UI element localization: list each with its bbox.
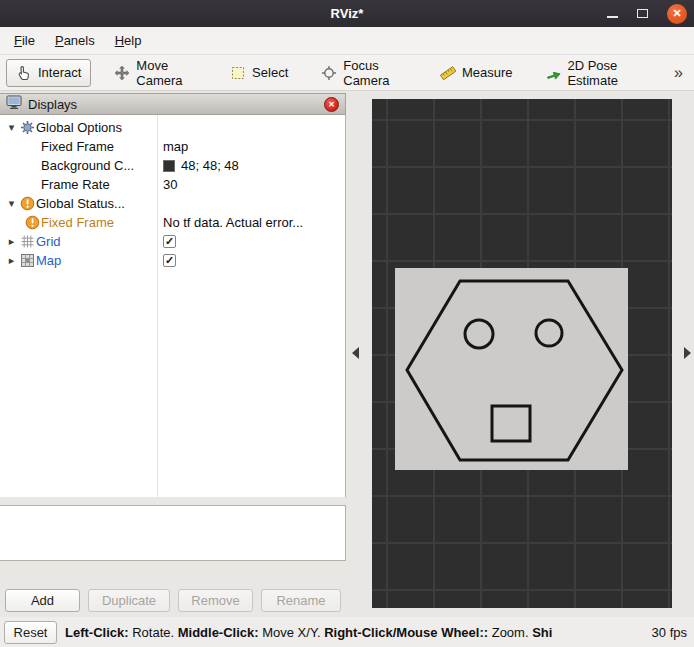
rename-button[interactable]: Rename: [261, 589, 341, 612]
remove-button[interactable]: Remove: [178, 589, 253, 612]
warning-icon: [23, 215, 41, 230]
duplicate-button[interactable]: Duplicate: [88, 589, 170, 612]
status-message: No tf data. Actual error...: [163, 213, 343, 232]
help-middle-click-text: Move X/Y.: [259, 625, 325, 640]
help-right-click-text: Zoom.: [488, 625, 532, 640]
panel-close-button[interactable]: ✕: [324, 97, 339, 112]
map-icon: [18, 253, 36, 268]
displays-panel-buttons: Add Duplicate Remove Rename: [0, 589, 346, 613]
collapse-right-arrow-icon[interactable]: [684, 347, 691, 359]
property-label: Global Options: [36, 120, 122, 135]
hand-cursor-icon: [16, 65, 32, 81]
reset-button[interactable]: Reset: [4, 621, 57, 644]
tool-measure[interactable]: Measure: [430, 59, 523, 87]
displays-tree: ▾ Global Options Fixed Frame map Backgro…: [0, 115, 346, 497]
tool-label: Select: [252, 65, 288, 80]
property-value[interactable]: [163, 194, 343, 213]
statusbar: Reset Left-Click: Rotate. Middle-Click: …: [0, 617, 694, 647]
move-arrows-icon: [114, 65, 130, 81]
property-value: ✓: [163, 251, 343, 270]
property-value[interactable]: [163, 118, 343, 137]
expand-open-icon[interactable]: ▾: [5, 194, 18, 213]
grid-icon: [18, 234, 36, 249]
tree-row-grid-display[interactable]: ▸ Grid ✓: [0, 232, 345, 251]
map-face-drawing: [395, 268, 628, 470]
window-controls: ✕: [607, 0, 687, 27]
property-label: Fixed Frame: [41, 215, 114, 230]
mouse-help-text: Left-Click: Rotate. Middle-Click: Move X…: [65, 625, 552, 640]
tree-row-global-options[interactable]: ▾ Global Options: [0, 118, 345, 137]
displays-panel-title: Displays: [28, 97, 77, 112]
close-button[interactable]: ✕: [667, 4, 687, 24]
tool-label: Move Camera: [136, 58, 197, 88]
tree-row-fixed-frame-status[interactable]: Fixed Frame No tf data. Actual error...: [0, 213, 345, 232]
tool-2d-pose-estimate[interactable]: 2D Pose Estimate: [535, 52, 656, 94]
global-options-gear-icon: [18, 120, 36, 135]
fps-counter: 30 fps: [652, 625, 690, 640]
display-name: Grid: [36, 234, 61, 249]
window-title: RViz*: [0, 0, 694, 27]
minimize-icon[interactable]: [607, 16, 618, 18]
menu-help[interactable]: Help: [105, 28, 152, 53]
property-label: Frame Rate: [41, 177, 110, 192]
expand-closed-icon[interactable]: ▸: [5, 251, 18, 270]
collapse-left-arrow-icon[interactable]: [352, 347, 359, 359]
enabled-checkbox[interactable]: ✓: [163, 235, 176, 248]
display-name: Map: [36, 253, 61, 268]
focus-crosshair-icon: [321, 65, 337, 81]
property-label: Global Status...: [36, 196, 125, 211]
help-middle-click-label: Middle-Click:: [178, 625, 259, 640]
green-pose-arrow-icon: [545, 65, 561, 81]
help-right-click-label: Right-Click/Mouse Wheel::: [324, 625, 488, 640]
property-label: Background C...: [41, 158, 134, 173]
toolbar: Interact Move Camera Select Focus Camera…: [0, 55, 694, 91]
tree-row-background-color[interactable]: Background C... 48; 48; 48: [0, 156, 345, 175]
tool-label: Interact: [38, 65, 81, 80]
color-value-text: 48; 48; 48: [181, 158, 239, 173]
tool-focus-camera[interactable]: Focus Camera: [311, 52, 417, 94]
viewport-3d[interactable]: [372, 99, 672, 608]
ruler-icon: [440, 65, 456, 81]
displays-panel-header: Displays ✕: [0, 93, 346, 115]
tool-interact[interactable]: Interact: [6, 59, 91, 87]
tool-move-camera[interactable]: Move Camera: [104, 52, 207, 94]
property-value: ✓: [163, 232, 343, 251]
tool-label: 2D Pose Estimate: [567, 58, 646, 88]
help-shift-label: Shi: [532, 625, 552, 640]
selection-box-icon: [230, 65, 246, 81]
property-value[interactable]: 30: [163, 175, 343, 194]
menubar: File Panels Help: [0, 27, 694, 55]
occupancy-grid-map: [395, 268, 628, 470]
help-left-click-label: Left-Click:: [65, 625, 129, 640]
tree-row-frame-rate[interactable]: Frame Rate 30: [0, 175, 345, 194]
tree-row-fixed-frame[interactable]: Fixed Frame map: [0, 137, 345, 156]
tool-label: Focus Camera: [343, 58, 407, 88]
maximize-icon[interactable]: [637, 9, 648, 18]
property-value[interactable]: map: [163, 137, 343, 156]
expand-closed-icon[interactable]: ▸: [5, 232, 18, 251]
titlebar: RViz* ✕: [0, 0, 694, 27]
warning-icon: [18, 196, 36, 211]
color-swatch: [163, 160, 175, 172]
tree-row-map-display[interactable]: ▸ Map ✓: [0, 251, 345, 270]
menu-file[interactable]: File: [4, 28, 45, 53]
menu-panels[interactable]: Panels: [45, 28, 105, 53]
property-label: Fixed Frame: [41, 139, 114, 154]
property-description-area: [0, 505, 346, 561]
displays-monitor-icon: [6, 95, 22, 113]
tool-label: Measure: [462, 65, 513, 80]
add-button[interactable]: Add: [5, 589, 80, 612]
help-left-click-text: Rotate.: [129, 625, 178, 640]
property-value[interactable]: 48; 48; 48: [163, 156, 343, 175]
tree-row-global-status[interactable]: ▾ Global Status...: [0, 194, 345, 213]
enabled-checkbox[interactable]: ✓: [163, 254, 176, 267]
expand-open-icon[interactable]: ▾: [5, 118, 18, 137]
tool-select[interactable]: Select: [220, 59, 298, 87]
toolbar-overflow-button[interactable]: »: [669, 64, 688, 82]
